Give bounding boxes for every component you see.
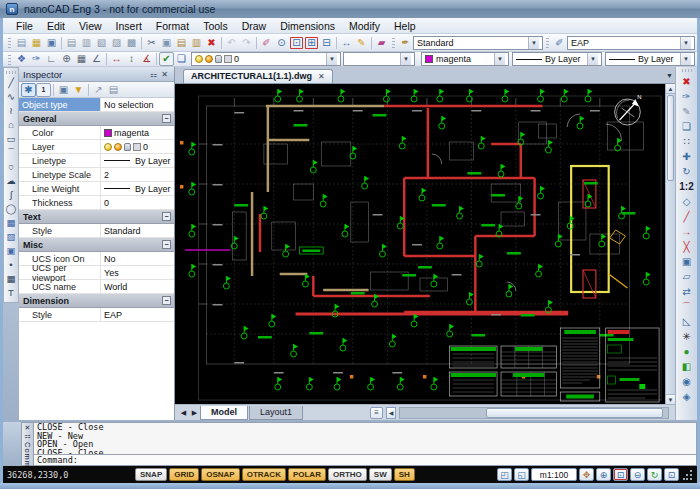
- text-style-icon[interactable]: ✒: [398, 36, 413, 50]
- circle-tool-icon[interactable]: ○: [4, 160, 18, 174]
- zoom-out-icon[interactable]: ⊖: [630, 468, 645, 481]
- layer-lock-icon[interactable]: [124, 143, 131, 151]
- publish-icon[interactable]: ▧: [94, 36, 109, 50]
- menu-edit[interactable]: Edit: [40, 19, 72, 33]
- chevron-down-icon[interactable]: ▼: [680, 37, 691, 49]
- distance-icon[interactable]: ↔: [339, 36, 354, 50]
- hatch-tool-icon[interactable]: ▦: [4, 216, 18, 230]
- mode-single-icon[interactable]: 1: [36, 83, 51, 97]
- dim-style-icon[interactable]: ✐: [552, 36, 567, 50]
- array-icon[interactable]: ∷: [678, 134, 695, 149]
- property-row-line-weight[interactable]: Line WeightBy Layer: [19, 182, 174, 196]
- menu-view[interactable]: View: [72, 19, 109, 33]
- explode-block-icon[interactable]: ❏: [678, 119, 695, 134]
- view-lock-icon[interactable]: ◈: [678, 389, 695, 404]
- group-icon[interactable]: ●: [678, 344, 695, 359]
- rectangle-tool-icon[interactable]: ▭: [4, 132, 18, 146]
- linetype-combo[interactable]: By Layer ▼: [512, 52, 602, 66]
- report-icon[interactable]: ▤: [106, 83, 121, 97]
- layer-freeze-icon[interactable]: [205, 55, 213, 63]
- paste-icon[interactable]: ▤: [174, 36, 189, 50]
- status-toggle-otrack[interactable]: OTRACK: [242, 468, 286, 481]
- pin-icon[interactable]: ⚏: [24, 432, 30, 440]
- inspector-section-general[interactable]: General−: [19, 112, 174, 126]
- layout-list-button[interactable]: ≡: [370, 407, 383, 419]
- status-toggle-polar[interactable]: POLAR: [288, 468, 326, 481]
- arc-tool-icon[interactable]: ⌒: [4, 146, 18, 160]
- hscroll-left-icon[interactable]: ◀: [386, 407, 396, 419]
- text-tool-icon[interactable]: T: [4, 286, 18, 300]
- chevron-down-icon[interactable]: ▼: [400, 53, 411, 65]
- toolbar-grip[interactable]: [392, 37, 395, 48]
- layer-lock-icon[interactable]: [215, 55, 222, 63]
- dim-linear-icon[interactable]: ↔: [109, 52, 124, 66]
- export-icon[interactable]: ▨: [109, 36, 124, 50]
- chevron-down-icon[interactable]: ▼: [528, 37, 539, 49]
- cad-drawing-canvas[interactable]: N: [175, 84, 665, 404]
- gradient-tool-icon[interactable]: ▨: [4, 230, 18, 244]
- pencil-icon[interactable]: ✎: [354, 36, 369, 50]
- erase-icon[interactable]: ✐: [259, 36, 274, 50]
- status-toggle-sh[interactable]: SH: [394, 468, 415, 481]
- cut-icon[interactable]: ✂: [144, 36, 159, 50]
- property-row-thickness[interactable]: Thickness0: [19, 196, 174, 210]
- spline-tool-icon[interactable]: ∫: [4, 188, 18, 202]
- ucs-world-icon[interactable]: ◱: [514, 468, 529, 481]
- command-panel-tab[interactable]: ✕ ⚏ Comman: [21, 422, 34, 466]
- property-row-layer[interactable]: Layer0: [19, 140, 174, 154]
- lineweight-combo[interactable]: By Layer ▼: [605, 52, 695, 66]
- dim-angular-icon[interactable]: ∡: [139, 52, 154, 66]
- revcloud-tool-icon[interactable]: ☁: [4, 174, 18, 188]
- raster-tool-icon[interactable]: ▣: [4, 244, 18, 258]
- menu-dimensions[interactable]: Dimensions: [273, 19, 342, 33]
- layer-on-icon[interactable]: [195, 55, 203, 63]
- command-line-area[interactable]: CLOSE - Close NEW - New OPEN - Open CLOS…: [34, 422, 697, 466]
- redo-icon[interactable]: ↷: [239, 36, 254, 50]
- horizontal-scroll-thumb[interactable]: [486, 408, 663, 418]
- polar-tool-icon[interactable]: ∠: [89, 52, 104, 66]
- trim-icon[interactable]: ╱: [678, 209, 695, 224]
- command-input[interactable]: Command:: [34, 454, 696, 465]
- inspector-section-misc[interactable]: Misc−: [19, 238, 174, 252]
- collapse-icon[interactable]: −: [162, 114, 171, 123]
- status-toggle-sw[interactable]: SW: [369, 468, 392, 481]
- chevron-down-icon[interactable]: ▼: [494, 53, 505, 65]
- stretch-icon[interactable]: ◇: [678, 194, 695, 209]
- document-tab[interactable]: ARCHITECTURAL1(1.1).dwg ✕: [183, 69, 333, 83]
- zoom-extents-icon[interactable]: ⊟: [319, 36, 334, 50]
- break-icon[interactable]: ╳: [678, 239, 695, 254]
- property-row-linetype-scale[interactable]: Linetype Scale2: [19, 168, 174, 182]
- text-style-combo[interactable]: Standard ▼: [413, 36, 543, 50]
- profile-combo[interactable]: ▼: [343, 52, 415, 66]
- mirror-icon[interactable]: ⇄: [678, 284, 695, 299]
- tab-scroll-left-icon[interactable]: ◀: [178, 407, 189, 418]
- status-toggle-osnap[interactable]: OSNAP: [201, 468, 239, 481]
- status-toggle-snap[interactable]: SNAP: [135, 468, 167, 481]
- chevron-down-icon[interactable]: ▼: [680, 53, 691, 65]
- move-icon[interactable]: ✚: [678, 149, 695, 164]
- scale-selector[interactable]: m1:100: [531, 468, 577, 481]
- table-tool-icon[interactable]: ▦: [4, 272, 18, 286]
- property-row-ucs-per-viewport[interactable]: UCS per viewportYes: [19, 266, 174, 280]
- scroll-down-icon[interactable]: ▼: [666, 394, 675, 404]
- layers-icon[interactable]: ❏: [174, 52, 189, 66]
- inspector-section-dimension[interactable]: Dimension−: [19, 294, 174, 308]
- new-file-icon[interactable]: ▤: [14, 36, 29, 50]
- zoom-sphere-icon[interactable]: ◉: [678, 374, 695, 389]
- copy-object-icon[interactable]: ▣: [678, 254, 695, 269]
- close-icon[interactable]: ✕: [25, 424, 31, 432]
- property-row-object-type[interactable]: Object type No selection: [19, 98, 174, 112]
- color-combo[interactable]: magenta ▼: [421, 52, 509, 66]
- offset-icon[interactable]: ▱: [678, 269, 695, 284]
- paint-icon[interactable]: ✎: [678, 104, 695, 119]
- vertical-scroll-thumb[interactable]: [667, 95, 674, 181]
- zoom-window-status-icon[interactable]: ⊡: [613, 468, 628, 481]
- status-toggle-ortho[interactable]: ORTHO: [328, 468, 367, 481]
- layer-color-swatch[interactable]: [133, 143, 141, 151]
- toolbar-grip[interactable]: [682, 69, 692, 72]
- extend-icon[interactable]: →: [678, 224, 695, 239]
- ungroup-icon[interactable]: ◧: [678, 359, 695, 374]
- zoom-dynamic-icon[interactable]: ⊞: [304, 36, 319, 50]
- zoom-extents-status-icon[interactable]: ⊡: [664, 468, 679, 481]
- copy-properties-icon[interactable]: ✑: [29, 52, 44, 66]
